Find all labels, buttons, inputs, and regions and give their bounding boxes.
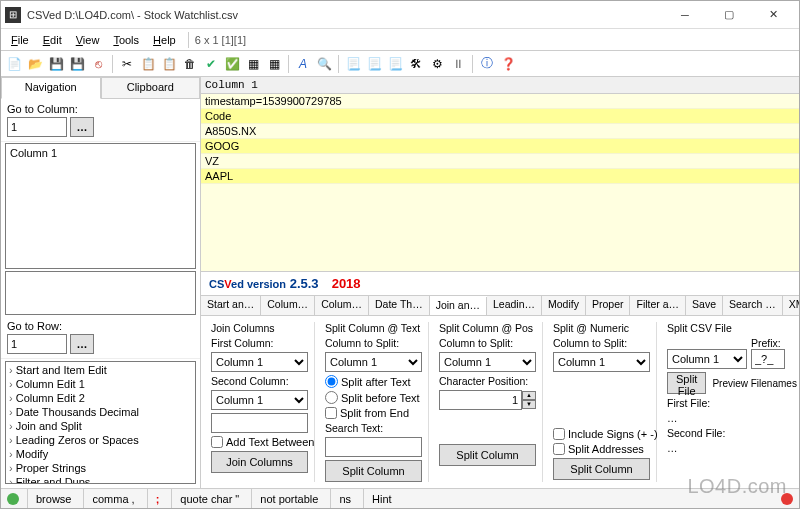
add-text-between-check[interactable] [211, 436, 223, 448]
tree-item[interactable]: Start and Item Edit [7, 363, 194, 377]
doc2-icon[interactable]: 📃 [365, 55, 383, 73]
tree-item[interactable]: Column Edit 1 [7, 377, 194, 391]
column-to-split-label: Column to Split: [553, 337, 650, 349]
split-column-text-button[interactable]: Split Column [325, 460, 422, 482]
grid-row[interactable]: AAPL [201, 169, 799, 184]
bottom-tab[interactable]: Date Th… [369, 296, 430, 315]
doc3-icon[interactable]: 📃 [386, 55, 404, 73]
first-column-select[interactable]: Column 1 [211, 352, 308, 372]
split-from-end-check[interactable] [325, 407, 337, 419]
grid-row[interactable]: GOOG [201, 139, 799, 154]
saveas-icon[interactable]: 💾 [68, 55, 86, 73]
menu-edit[interactable]: Edit [37, 32, 68, 48]
menu-view[interactable]: View [70, 32, 106, 48]
data-grid[interactable]: Column 1 timestamp=1539900729785CodeA850… [201, 77, 799, 272]
section-tree[interactable]: Start and Item EditColumn Edit 1Column E… [5, 361, 196, 485]
goto-row-input[interactable] [7, 334, 67, 354]
bottom-tab[interactable]: Modify [542, 296, 586, 315]
bottom-tab[interactable]: Start an… [201, 296, 261, 315]
pause-icon[interactable]: ⏸ [449, 55, 467, 73]
tab-clipboard[interactable]: Clipboard [101, 77, 201, 99]
maximize-button[interactable]: ▢ [707, 2, 751, 28]
bottom-tab[interactable]: XML [783, 296, 799, 315]
split-text-column-select[interactable]: Column 1 [325, 352, 422, 372]
bottom-tab[interactable]: Colum… [315, 296, 369, 315]
goto-column-browse[interactable]: … [70, 117, 94, 137]
split-num-column-select[interactable]: Column 1 [553, 352, 650, 372]
check-icon[interactable]: ✔ [202, 55, 220, 73]
bottom-tab[interactable]: Save [686, 296, 723, 315]
panel-split-pos: Split Column @ Pos Column to Split: Colu… [433, 322, 543, 482]
menu-help[interactable]: Help [147, 32, 182, 48]
paste-icon[interactable]: 📋 [160, 55, 178, 73]
bottom-tab[interactable]: Colum… [261, 296, 315, 315]
tree-item[interactable]: Proper Strings [7, 461, 194, 475]
goto-column-input[interactable] [7, 117, 67, 137]
menu-tools[interactable]: Tools [107, 32, 145, 48]
tree-item[interactable]: Date Thousands Decimal [7, 405, 194, 419]
accept-icon[interactable]: ✅ [223, 55, 241, 73]
tree-item[interactable]: Join and Split [7, 419, 194, 433]
grid-row[interactable]: Code [201, 109, 799, 124]
tools-icon[interactable]: 🛠 [407, 55, 425, 73]
join-columns-button[interactable]: Join Columns [211, 451, 308, 473]
column-list[interactable]: Column 1 [5, 143, 196, 269]
toolbar: 📄 📂 💾 💾 ⎋ ✂ 📋 📋 🗑 ✔ ✅ ▦ ▦ A 🔍 📃 📃 📃 🛠 ⚙ … [1, 51, 799, 77]
minimize-button[interactable]: ─ [663, 2, 707, 28]
between-text-input[interactable] [211, 413, 308, 433]
split-pos-column-select[interactable]: Column 1 [439, 352, 536, 372]
split-column-pos-button[interactable]: Split Column [439, 444, 536, 466]
cut-icon[interactable]: ✂ [118, 55, 136, 73]
bottom-tab[interactable]: Leadin… [487, 296, 542, 315]
include-signs-check[interactable] [553, 428, 565, 440]
char-position-input[interactable] [439, 390, 522, 410]
help-icon[interactable]: ❓ [499, 55, 517, 73]
grid2-icon[interactable]: ▦ [265, 55, 283, 73]
tab-navigation[interactable]: Navigation [1, 77, 101, 99]
tree-item[interactable]: Column Edit 2 [7, 391, 194, 405]
settings-icon[interactable]: ⚙ [428, 55, 446, 73]
split-csv-column-select[interactable]: Column 1 [667, 349, 747, 369]
statusbar: browse comma , ; quote char " not portab… [1, 488, 799, 508]
split-before-radio[interactable] [325, 391, 338, 404]
search-text-input[interactable] [325, 437, 422, 457]
column-list-item[interactable]: Column 1 [8, 146, 193, 160]
prefix-label: Prefix: [751, 337, 785, 349]
exit-icon[interactable]: ⎋ [89, 55, 107, 73]
split-addresses-check[interactable] [553, 443, 565, 455]
zoom-icon[interactable]: 🔍 [315, 55, 333, 73]
tree-item[interactable]: Filter and Dups [7, 475, 194, 485]
font-icon[interactable]: A [294, 55, 312, 73]
split-after-radio[interactable] [325, 375, 338, 388]
bottom-tab[interactable]: Search … [723, 296, 783, 315]
tree-item[interactable]: Leading Zeros or Spaces [7, 433, 194, 447]
doc1-icon[interactable]: 📃 [344, 55, 362, 73]
panel-title: Split Column @ Pos [439, 322, 536, 334]
split-column-num-button[interactable]: Split Column [553, 458, 650, 480]
split-file-button[interactable]: Split File [667, 372, 706, 394]
save-icon[interactable]: 💾 [47, 55, 65, 73]
second-column-label: Second Column: [211, 375, 308, 387]
second-column-select[interactable]: Column 1 [211, 390, 308, 410]
grid-icon[interactable]: ▦ [244, 55, 262, 73]
menu-file[interactable]: File [5, 32, 35, 48]
new-icon[interactable]: 📄 [5, 55, 23, 73]
bottom-tab[interactable]: Join an… [430, 297, 487, 316]
close-button[interactable]: ✕ [751, 2, 795, 28]
delete-icon[interactable]: 🗑 [181, 55, 199, 73]
first-file-value: … [667, 412, 785, 424]
prefix-input[interactable] [751, 349, 785, 369]
tree-item[interactable]: Modify [7, 447, 194, 461]
grid-row[interactable]: VZ [201, 154, 799, 169]
copy-icon[interactable]: 📋 [139, 55, 157, 73]
info-icon[interactable]: ⓘ [478, 55, 496, 73]
goto-row-browse[interactable]: … [70, 334, 94, 354]
open-icon[interactable]: 📂 [26, 55, 44, 73]
bottom-tab[interactable]: Filter a… [630, 296, 686, 315]
grid-row[interactable]: A850S.NX [201, 124, 799, 139]
spinner-down[interactable]: ▼ [522, 400, 536, 409]
grid-header[interactable]: Column 1 [201, 77, 799, 94]
spinner-up[interactable]: ▲ [522, 391, 536, 400]
grid-row[interactable]: timestamp=1539900729785 [201, 94, 799, 109]
bottom-tab[interactable]: Proper [586, 296, 631, 315]
